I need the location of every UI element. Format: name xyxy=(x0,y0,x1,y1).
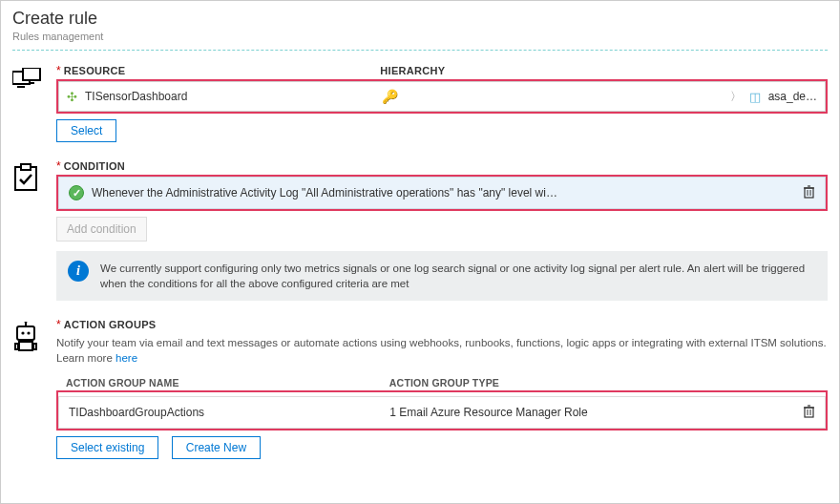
clipboard-icon xyxy=(12,163,39,192)
add-condition-button[interactable]: Add condition xyxy=(56,217,147,242)
svg-rect-19 xyxy=(805,408,813,417)
svg-point-14 xyxy=(21,332,24,335)
ag-row-type: 1 Email Azure Resource Manager Role xyxy=(389,406,803,419)
create-new-button[interactable]: Create New xyxy=(172,436,261,459)
resource-label: RESOURCE xyxy=(64,65,126,76)
header-separator xyxy=(12,50,828,51)
svg-point-12 xyxy=(25,322,28,324)
select-existing-button[interactable]: Select existing xyxy=(56,436,158,459)
condition-row[interactable]: ✓ Whenever the Administrative Activity L… xyxy=(58,177,826,209)
resource-parent-name: asa_de… xyxy=(768,90,817,103)
condition-section: *CONDITION ✓ Whenever the Administrative… xyxy=(12,159,828,301)
action-group-headers: ACTION GROUP NAME ACTION GROUP TYPE xyxy=(56,377,828,388)
ag-col-name: ACTION GROUP NAME xyxy=(66,377,389,388)
page-title: Create rule xyxy=(12,9,828,29)
delete-condition-icon[interactable] xyxy=(803,185,815,201)
info-banner: i We currently support configuring only … xyxy=(56,251,828,301)
svg-rect-1 xyxy=(17,86,25,88)
svg-rect-2 xyxy=(23,68,40,80)
select-resource-button[interactable]: Select xyxy=(56,119,116,142)
svg-rect-3 xyxy=(29,82,34,84)
action-group-row[interactable]: TIDashboardGroupActions 1 Email Azure Re… xyxy=(58,396,826,429)
svg-rect-16 xyxy=(19,342,32,350)
learn-more-link[interactable]: here xyxy=(116,352,137,364)
action-groups-section-icon xyxy=(12,318,56,459)
resource-type-icon: ✣ xyxy=(67,90,77,104)
ag-col-type: ACTION GROUP TYPE xyxy=(389,377,499,388)
action-groups-description: Notify your team via email and text mess… xyxy=(56,335,828,366)
action-group-highlight: TIDashboardGroupActions 1 Email Azure Re… xyxy=(56,390,828,430)
condition-section-icon xyxy=(12,159,56,301)
resource-row[interactable]: ✣ TISensorDashboard 🔑 〉 ◫ asa_de… xyxy=(58,81,826,112)
svg-rect-18 xyxy=(33,344,36,349)
check-icon: ✓ xyxy=(69,185,84,200)
robot-icon xyxy=(12,322,39,352)
resource-section-icon xyxy=(12,64,56,142)
info-icon: i xyxy=(68,261,89,282)
svg-rect-6 xyxy=(805,188,813,198)
svg-rect-17 xyxy=(15,344,18,349)
chevron-right-icon: 〉 xyxy=(730,89,742,105)
delete-action-group-icon[interactable] xyxy=(803,405,815,421)
svg-rect-13 xyxy=(17,326,34,340)
page-subtitle: Rules management xyxy=(12,31,828,42)
resource-highlight: ✣ TISensorDashboard 🔑 〉 ◫ asa_de… xyxy=(56,79,828,114)
action-groups-section: *ACTION GROUPS Notify your team via emai… xyxy=(12,318,828,459)
svg-rect-5 xyxy=(21,164,31,170)
info-text: We currently support configuring only tw… xyxy=(100,261,816,291)
ag-row-name: TIDashboardGroupActions xyxy=(69,406,389,419)
computers-icon xyxy=(12,68,41,93)
resource-section: *RESOURCE HIERARCHY ✣ TISensorDashboard … xyxy=(12,64,828,142)
page-header: Create rule Rules management xyxy=(12,9,828,42)
condition-highlight: ✓ Whenever the Administrative Activity L… xyxy=(56,175,828,211)
svg-point-15 xyxy=(27,332,30,335)
resource-name: TISensorDashboard xyxy=(85,90,187,103)
condition-label: CONDITION xyxy=(64,160,125,172)
hierarchy-label: HIERARCHY xyxy=(380,65,445,76)
key-icon: 🔑 xyxy=(382,89,398,104)
resource-parent-icon: ◫ xyxy=(749,90,761,104)
action-groups-label: ACTION GROUPS xyxy=(64,319,157,330)
condition-text: Whenever the Administrative Activity Log… xyxy=(92,186,803,200)
